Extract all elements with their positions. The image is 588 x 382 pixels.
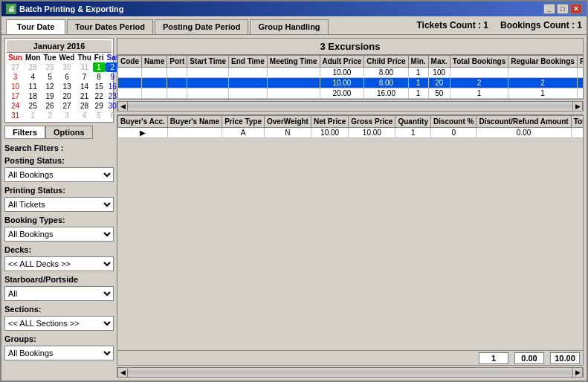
- table-cell: 1: [395, 128, 431, 138]
- table-cell: [142, 68, 167, 78]
- bookings-table-wrapper[interactable]: Buyer's Acc.Buyer's NamePrice TypeOverWe…: [117, 114, 584, 351]
- cal-day[interactable]: 29: [93, 101, 106, 111]
- excursions-col-header: Regular Bookings: [508, 56, 578, 68]
- excursions-col-header: Child Price: [364, 56, 408, 68]
- cal-day[interactable]: 27: [7, 62, 24, 72]
- table-cell: [167, 88, 187, 99]
- minimize-button[interactable]: _: [543, 4, 555, 14]
- booking-types-select[interactable]: All Bookings: [4, 227, 114, 242]
- excursions-scroll-right[interactable]: ▶: [572, 101, 583, 111]
- table-cell: 10.00: [320, 78, 364, 88]
- table-cell: [167, 68, 187, 78]
- cal-day[interactable]: 31: [7, 111, 24, 120]
- table-cell: 50: [428, 88, 450, 99]
- table-cell: 10.00: [349, 128, 395, 138]
- excursions-scroll-track[interactable]: [128, 104, 572, 109]
- excursions-table-wrapper[interactable]: CodeNamePortStart TimeEnd TimeMeeting Ti…: [117, 54, 584, 100]
- table-cell: 10.00: [311, 128, 348, 138]
- cal-day[interactable]: 14: [76, 82, 92, 91]
- bookings-scroll-track[interactable]: [128, 370, 572, 375]
- booking-section: Buyer's Acc.Buyer's NamePrice TypeOverWe…: [117, 114, 584, 378]
- posting-status-select[interactable]: All Bookings: [4, 167, 114, 182]
- counts-display: Tickets Count : 1 Bookings Count : 1: [417, 20, 583, 33]
- cal-day[interactable]: 17: [7, 91, 24, 101]
- cal-day[interactable]: 26: [42, 101, 57, 111]
- cal-day[interactable]: 21: [76, 91, 92, 101]
- groups-select[interactable]: All Bookings: [4, 346, 114, 360]
- table-cell: [267, 88, 320, 99]
- decks-select[interactable]: << ALL Decks >>: [4, 256, 114, 271]
- cal-day[interactable]: 27: [57, 101, 76, 111]
- filter-tab-options[interactable]: Options: [45, 126, 93, 139]
- cal-day[interactable]: 5: [93, 111, 106, 120]
- cal-day[interactable]: 5: [42, 72, 57, 82]
- bookings-scroll-right[interactable]: ▶: [572, 367, 583, 378]
- cal-header-mon: Mon: [24, 53, 42, 62]
- cal-day[interactable]: 3: [7, 72, 24, 82]
- cal-day[interactable]: 7: [76, 72, 92, 82]
- table-cell: 100: [428, 68, 450, 78]
- bookings-hscroll[interactable]: ◀ ▶: [117, 367, 584, 378]
- table-cell: [267, 68, 320, 78]
- window-controls: _ □ ✕: [543, 4, 582, 14]
- cal-day[interactable]: 31: [76, 62, 92, 72]
- tab-posting-date-period[interactable]: Posting Date Period: [155, 19, 249, 34]
- cal-day[interactable]: 1: [24, 111, 42, 120]
- cal-day[interactable]: 29: [42, 62, 57, 72]
- cal-day[interactable]: 25: [24, 101, 42, 111]
- table-row[interactable]: 10.008.001100: [118, 68, 584, 78]
- bookings-scroll-left[interactable]: ◀: [117, 367, 128, 378]
- sections-select[interactable]: << ALL Sections >>: [4, 316, 114, 331]
- cal-day[interactable]: 2: [42, 111, 57, 120]
- cal-day[interactable]: 4: [76, 111, 92, 120]
- cal-day[interactable]: 28: [24, 62, 42, 72]
- tab-group-handling[interactable]: Group Handling: [250, 19, 328, 34]
- filter-option-tabs: Filters Options: [4, 126, 114, 139]
- cal-day[interactable]: 20: [57, 91, 76, 101]
- excursions-col-header: Min.: [408, 56, 428, 68]
- tickets-count-label: Tickets Count : 1: [417, 20, 488, 30]
- cal-day[interactable]: 19: [42, 91, 57, 101]
- cal-day[interactable]: 13: [57, 82, 76, 91]
- excursions-scroll-left[interactable]: ◀: [117, 101, 128, 111]
- sections-label: Sections:: [4, 305, 114, 314]
- table-row[interactable]: 20.0016.001501100: [118, 88, 584, 99]
- table-row[interactable]: ▶ AN10.0010.00100.0010.00: [118, 128, 584, 138]
- window-title: Batch Printing & Exporting: [19, 4, 124, 13]
- bookings-col-header: Buyer's Acc.: [118, 116, 168, 128]
- excursions-col-header: Start Time: [187, 56, 229, 68]
- cal-day[interactable]: 1: [93, 62, 106, 72]
- filter-tab-filters[interactable]: Filters: [4, 126, 45, 139]
- cal-day[interactable]: 28: [76, 101, 92, 111]
- excursions-title: 3 Excursions: [117, 38, 584, 54]
- printing-status-select[interactable]: All Tickets: [4, 197, 114, 212]
- app-icon: 🖨: [6, 4, 16, 14]
- cal-day[interactable]: 4: [24, 72, 42, 82]
- close-button[interactable]: ✕: [570, 4, 582, 14]
- cal-day[interactable]: 11: [24, 82, 42, 91]
- cal-day[interactable]: 24: [7, 101, 24, 111]
- maximize-button[interactable]: □: [557, 4, 569, 14]
- cal-day[interactable]: 18: [24, 91, 42, 101]
- cal-day[interactable]: 6: [57, 72, 76, 82]
- table-cell: 8.00: [364, 68, 408, 78]
- excursions-hscroll[interactable]: ◀ ▶: [117, 101, 584, 111]
- starboard-select[interactable]: All: [4, 286, 114, 301]
- calendar-month-year: January 2016: [7, 40, 112, 53]
- cal-day[interactable]: 8: [93, 72, 106, 82]
- cal-day[interactable]: 12: [42, 82, 57, 91]
- footer-discount-amount: 0.00: [514, 352, 544, 364]
- tab-tour-date[interactable]: Tour Date: [6, 19, 65, 34]
- cal-day[interactable]: 10: [7, 82, 24, 91]
- table-cell: 2: [508, 78, 578, 88]
- tab-tour-dates-period[interactable]: Tour Dates Period: [67, 19, 153, 34]
- filter-section: Search Filters : Posting Status: All Boo…: [4, 142, 114, 378]
- table-row[interactable]: 10.008.001202200: [118, 78, 584, 88]
- table-cell: 1: [408, 68, 428, 78]
- cal-day[interactable]: 3: [57, 111, 76, 120]
- cal-day[interactable]: 22: [93, 91, 106, 101]
- tickets-count-value: 1: [483, 20, 488, 30]
- cal-day[interactable]: 30: [57, 62, 76, 72]
- cal-day[interactable]: 15: [93, 82, 106, 91]
- table-cell: [187, 78, 229, 88]
